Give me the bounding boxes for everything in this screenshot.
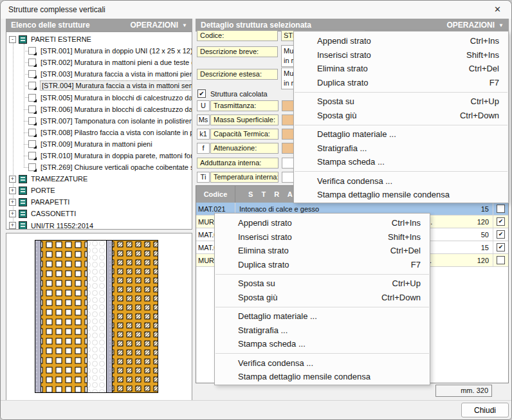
tree-item[interactable]: [STR.009] Muratura in mattoni pieni [6, 138, 192, 150]
menu-item-label: Appendi strato [215, 218, 392, 228]
tree-item[interactable]: +CASSONETTI [6, 208, 192, 219]
tree-item-label: [STR.010] Muratura in doppia parete, mat… [41, 152, 192, 160]
menu-item[interactable]: Appendi stratoCtrl+Ins [294, 34, 508, 48]
tree-collapse-toggle[interactable]: - [9, 36, 16, 43]
tree-item-label: [STR.269] Chiusure verticali opache coib… [41, 163, 192, 171]
menu-item[interactable]: Sposta suCtrl+Up [215, 277, 430, 291]
menu-item[interactable]: Verifica condensa ... [294, 174, 508, 188]
tree-item[interactable]: [STR.007] Tamponatura con isolante in po… [6, 115, 192, 127]
menu-item-label: Elimina strato [215, 246, 390, 255]
struttura-calcolata-checkbox[interactable]: ✔ [197, 89, 206, 98]
menu-item[interactable]: Stampa dettaglio mensile condensa [294, 188, 508, 202]
menu-item-label: Dettaglio materiale ... [294, 129, 499, 139]
tree-item[interactable]: [STR.002] Muratura in mattoni pieni a du… [6, 57, 192, 68]
menu-item-shortcut: Ctrl+Down [460, 111, 508, 120]
tree-expand-toggle[interactable]: + [9, 199, 16, 206]
structures-tree: -PARETI ESTERNE[STR.001] Muratura in dop… [6, 32, 192, 230]
menu-item-shortcut: Shift+Ins [388, 232, 430, 242]
layer-checkbox[interactable] [497, 256, 505, 264]
menu-item-shortcut: Ctrl+Up [471, 96, 508, 106]
right-operations-label: OPERAZIONI [446, 21, 495, 30]
window-title: Strutture complesse verticali [8, 5, 105, 14]
tree-expand-toggle[interactable]: + [9, 222, 16, 229]
menu-item[interactable]: Elimina stratoCtrl+Del [215, 244, 430, 258]
menu-separator [215, 307, 429, 307]
tree-item[interactable]: +TRAMEZZATURE [6, 173, 192, 185]
tree-item[interactable]: [STR.001] Muratura in doppio UNI (12 x 2… [6, 45, 192, 57]
menu-item[interactable]: Dettaglio materiale ... [215, 309, 430, 324]
layer-thickness: 15 [437, 205, 493, 213]
tree-expand-toggle[interactable]: + [9, 187, 16, 194]
menu-item-label: Stampa scheda ... [215, 339, 421, 349]
layer-checkbox[interactable] [497, 205, 505, 213]
close-icon[interactable]: ✕ [494, 5, 501, 14]
menu-item[interactable]: Duplica stratoF7 [215, 258, 430, 272]
tree-expand-toggle[interactable]: + [9, 176, 16, 183]
menu-item[interactable]: Elimina stratoCtrl+Del [294, 62, 508, 76]
menu-item[interactable]: Stratigrafia ... [294, 142, 508, 156]
menu-item[interactable]: Dettaglio materiale ... [294, 127, 508, 142]
tree-item[interactable]: [STR.008] Pilastro faccia a vista con is… [6, 127, 192, 138]
tree-item[interactable]: [STR.005] Muratura in blocchi di calcest… [6, 91, 192, 103]
menu-item[interactable]: Stratigrafia ... [215, 324, 430, 338]
menu-separator [295, 171, 507, 172]
menu-item-shortcut: Shift+Ins [466, 50, 508, 60]
menu-item[interactable]: Sposta giùCtrl+Down [215, 291, 430, 305]
menu-item[interactable]: Appendi stratoCtrl+Ins [215, 216, 430, 230]
layer-thickness: 50 [437, 231, 493, 239]
left-operations-button[interactable]: OPERAZIONI ▼ [130, 21, 187, 30]
layer-checkbox[interactable]: ✔ [497, 217, 505, 226]
right-panel-title: Dettaglio struttura selezionata [201, 21, 311, 30]
structure-leaf-icon [28, 163, 36, 171]
menu-item-label: Elimina strato [294, 64, 469, 73]
tree-item-label: CASSONETTI [31, 210, 76, 217]
menu-item[interactable]: Inserisci stratoShift+Ins [215, 230, 430, 244]
chevron-down-icon: ▼ [182, 23, 187, 28]
menu-item[interactable]: Duplica stratoF7 [294, 76, 508, 90]
right-panel-header: Dettaglio struttura selezionata OPERAZIO… [196, 19, 509, 32]
tree-expand-toggle[interactable]: + [9, 210, 16, 217]
tree-item[interactable]: +UNI/TR 11552:2014 [6, 220, 192, 230]
field-prefix: U [197, 100, 210, 111]
field-prefix: Ms [197, 114, 210, 125]
context-menu-bottom: Appendi stratoCtrl+InsInserisci stratoSh… [214, 213, 430, 385]
structure-leaf-icon [28, 117, 36, 125]
layer-thickness: 120 [437, 257, 493, 264]
right-operations-button[interactable]: OPERAZIONI ▼ [446, 21, 504, 30]
close-button[interactable]: Chiudi [461, 403, 509, 417]
menu-item-shortcut: F7 [489, 78, 508, 87]
menu-item[interactable]: Stampa scheda ... [294, 155, 508, 169]
tree-item[interactable]: -PARETI ESTERNE [6, 33, 192, 45]
tree-item[interactable]: [STR.003] Muratura faccia a vista in mat… [6, 68, 192, 80]
layer-checkbox[interactable]: ✔ [497, 243, 505, 251]
tree-item-label: TRAMEZZATURE [31, 175, 87, 183]
layer-checkbox[interactable]: ✔ [497, 230, 505, 239]
tree-item[interactable]: [STR.269] Chiusure verticali opache coib… [6, 161, 192, 173]
total-thickness: mm. 320 [435, 385, 492, 397]
field-prefix: f [197, 143, 210, 154]
tree-item[interactable]: +PARAPETTI [6, 196, 192, 208]
tree-item[interactable]: +PORTE [6, 185, 192, 196]
menu-item[interactable]: Inserisci stratoShift+Ins [294, 48, 508, 62]
structures-dialog: Strutture complesse verticali ✕ Elenco d… [0, 0, 512, 420]
menu-item-label: Verifica condensa ... [215, 358, 421, 368]
menu-item[interactable]: Verifica condensa ... [215, 356, 430, 370]
layer-thickness: 15 [437, 244, 493, 251]
layer-check-cell: ✔ [493, 228, 508, 241]
structure-leaf-icon [28, 152, 36, 160]
menu-item-shortcut: Ctrl+Ins [392, 218, 430, 228]
menu-item-label: Appendi strato [294, 36, 470, 46]
menu-item[interactable]: Stampa dettaglio mensile condensa [215, 370, 430, 384]
menu-item[interactable]: Stampa scheda ... [215, 337, 430, 351]
menu-item[interactable]: Sposta giùCtrl+Down [294, 109, 508, 123]
tree-item[interactable]: [STR.004] Muratura faccia a vista in mat… [6, 80, 192, 91]
field-prefix: Ti [197, 172, 210, 183]
tree-item[interactable]: [STR.006] Muratura in blocchi di calcest… [6, 104, 192, 115]
menu-item[interactable]: Sposta suCtrl+Up [294, 95, 508, 109]
field-label: Attenuazione: [210, 143, 279, 154]
layer-check-cell [493, 254, 508, 266]
tree-item[interactable]: [STR.010] Muratura in doppia parete, mat… [6, 150, 192, 161]
structure-leaf-icon [28, 140, 36, 148]
left-operations-label: OPERAZIONI [130, 21, 178, 30]
tree-item-label: [STR.001] Muratura in doppio UNI (12 x 2… [41, 47, 192, 55]
